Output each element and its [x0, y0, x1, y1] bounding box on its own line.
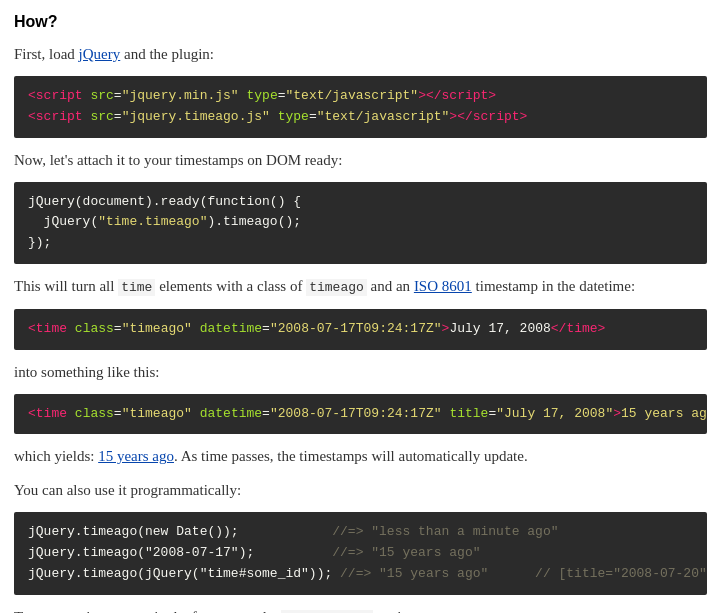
- future-text-after: setting:: [373, 609, 421, 613]
- programmatic-paragraph: You can also use it programmatically:: [14, 478, 707, 502]
- turn-text-before: This will turn all: [14, 278, 118, 294]
- turn-text-mid2: and an: [367, 278, 414, 294]
- yields-text-before: which yields:: [14, 448, 98, 464]
- into-paragraph: into something like this:: [14, 360, 707, 384]
- intro-text: First, load: [14, 46, 79, 62]
- intro-paragraph: First, load jQuery and the plugin:: [14, 42, 707, 66]
- turn-text-mid1: elements with a class of: [155, 278, 306, 294]
- timeago-code: timeago: [306, 279, 367, 296]
- code-block-ready: jQuery(document).ready(function() { jQue…: [14, 182, 707, 264]
- yields-paragraph: which yields: 15 years ago. As time pass…: [14, 444, 707, 468]
- future-paragraph: To support timestamps in the future, use…: [14, 605, 707, 613]
- section-heading: How?: [14, 10, 707, 34]
- code-block-programmatic: jQuery.timeago(new Date()); //=> "less t…: [14, 512, 707, 594]
- iso-link[interactable]: ISO 8601: [414, 278, 472, 294]
- yields-text-after: . As time passes, the timestamps will au…: [174, 448, 528, 464]
- future-text-before: To support timestamps in the future, use…: [14, 609, 281, 613]
- time-code: time: [118, 279, 155, 296]
- attach-paragraph: Now, let's attach it to your timestamps …: [14, 148, 707, 172]
- code-block-time-input: <time class="timeago" datetime="2008-07-…: [14, 309, 707, 350]
- code-block-scripts: <script src="jquery.min.js" type="text/j…: [14, 76, 707, 138]
- jquery-link[interactable]: jQuery: [79, 46, 121, 62]
- code-block-time-output: <time class="timeago" datetime="2008-07-…: [14, 394, 707, 435]
- intro-text2: and the plugin:: [120, 46, 214, 62]
- turn-text-end: timestamp in the datetime:: [472, 278, 635, 294]
- turn-paragraph: This will turn all time elements with a …: [14, 274, 707, 299]
- years-ago-link[interactable]: 15 years ago: [98, 448, 174, 464]
